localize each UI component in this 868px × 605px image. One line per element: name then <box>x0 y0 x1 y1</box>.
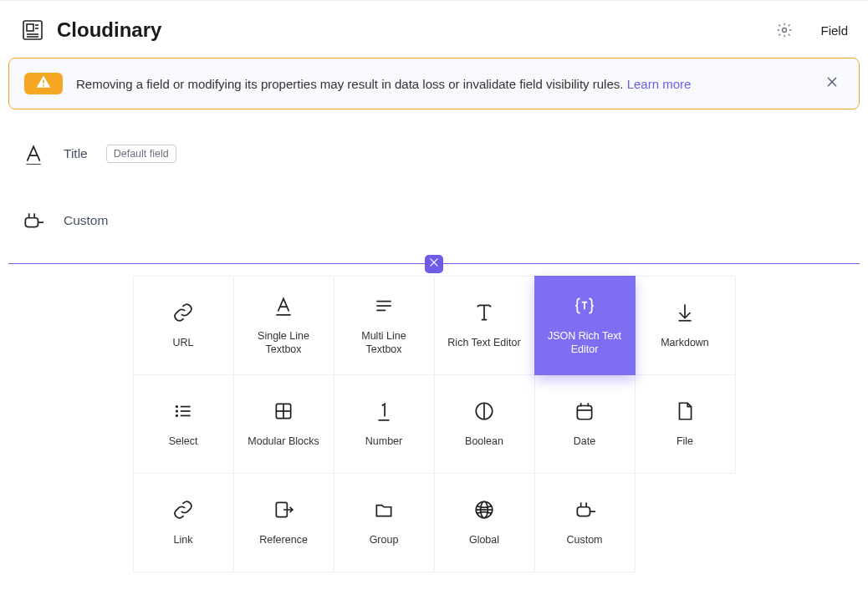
header-bar: Cloudinary Field <box>0 0 868 58</box>
settings-button[interactable] <box>772 18 797 43</box>
field-type-label: Boolean <box>465 435 503 449</box>
field-type-reference[interactable]: Reference <box>233 473 334 572</box>
field-row-title[interactable]: Title Default field <box>0 130 868 178</box>
text-underline-icon <box>271 293 296 318</box>
field-type-number[interactable]: Number <box>334 374 435 474</box>
folder-icon <box>371 497 396 522</box>
plugin-icon <box>20 208 45 233</box>
half-circle-icon <box>472 399 497 424</box>
field-type-label: JSON Rich Text Editor <box>546 330 623 356</box>
field-type-custom[interactable]: Custom <box>534 473 636 572</box>
field-type-date[interactable]: Date <box>534 374 636 474</box>
field-type-select[interactable]: Select <box>133 374 234 474</box>
field-type-modular[interactable]: Modular Blocks <box>233 374 334 474</box>
warning-text: Removing a field or modifying its proper… <box>76 77 810 91</box>
field-type-mlt[interactable]: Multi Line Textbox <box>334 276 435 375</box>
close-icon <box>428 257 440 272</box>
text-icon <box>20 141 45 166</box>
warning-icon <box>35 74 52 94</box>
list-icon <box>171 399 196 424</box>
learn-more-link[interactable]: Learn more <box>627 77 692 91</box>
grid4-icon <box>271 399 296 424</box>
field-list: Title Default field Custom <box>0 130 868 245</box>
field-type-picker: URL Single Line Textbox Multi Line Textb… <box>133 276 735 572</box>
field-type-label: Single Line Textbox <box>245 330 322 356</box>
field-type-label: Markdown <box>661 337 709 350</box>
field-type-json_rte[interactable]: JSON Rich Text Editor <box>534 276 636 375</box>
calendar-icon <box>572 399 597 424</box>
link-icon <box>171 300 196 325</box>
field-type-label: Number <box>365 435 402 449</box>
gear-icon <box>772 18 797 43</box>
field-type-label: Custom <box>566 534 602 547</box>
globe-icon <box>472 497 497 522</box>
field-type-file[interactable]: File <box>635 374 736 474</box>
plugin-icon <box>572 497 597 522</box>
field-type-url[interactable]: URL <box>133 276 234 375</box>
field-type-markdown[interactable]: Markdown <box>635 276 736 375</box>
field-nav-link[interactable]: Field <box>820 23 848 38</box>
field-type-global[interactable]: Global <box>434 473 535 572</box>
exit-icon <box>271 497 296 522</box>
field-type-label: Reference <box>259 534 308 547</box>
close-icon <box>825 77 839 91</box>
arrow-down-icon <box>672 300 697 325</box>
warning-message: Removing a field or modifying its proper… <box>76 77 627 91</box>
link-icon <box>171 497 196 522</box>
field-type-label: Global <box>469 534 499 547</box>
one-underline-icon <box>371 399 396 424</box>
field-type-link[interactable]: Link <box>133 473 234 572</box>
page-title: Cloudinary <box>57 18 161 42</box>
field-type-label: File <box>677 435 693 449</box>
close-picker-button[interactable] <box>425 255 443 273</box>
field-type-boolean[interactable]: Boolean <box>434 374 535 474</box>
field-type-label: URL <box>172 337 193 350</box>
field-row-custom[interactable]: Custom <box>0 196 868 245</box>
file-icon <box>672 399 697 424</box>
field-type-label: Multi Line Textbox <box>345 330 422 356</box>
field-label: Custom <box>64 213 108 228</box>
lines-icon <box>371 293 396 318</box>
field-type-label: Date <box>574 435 595 449</box>
field-type-group[interactable]: Group <box>334 473 435 572</box>
field-type-label: Rich Text Editor <box>447 337 520 350</box>
field-type-label: Select <box>169 435 198 449</box>
insert-separator <box>8 263 860 264</box>
content-type-icon <box>20 18 45 43</box>
warning-banner: Removing a field or modifying its proper… <box>8 58 860 109</box>
serif-t-icon <box>472 300 497 325</box>
field-type-rte[interactable]: Rich Text Editor <box>434 276 535 375</box>
field-label: Title <box>64 146 88 161</box>
braces-t-icon <box>572 293 597 318</box>
field-type-label: Group <box>370 534 399 547</box>
dismiss-alert-button[interactable] <box>820 70 844 97</box>
field-type-label: Link <box>174 534 193 547</box>
warning-badge <box>24 73 63 94</box>
field-type-slt[interactable]: Single Line Textbox <box>233 276 334 375</box>
field-type-label: Modular Blocks <box>248 435 319 449</box>
default-field-badge: Default field <box>106 145 176 163</box>
